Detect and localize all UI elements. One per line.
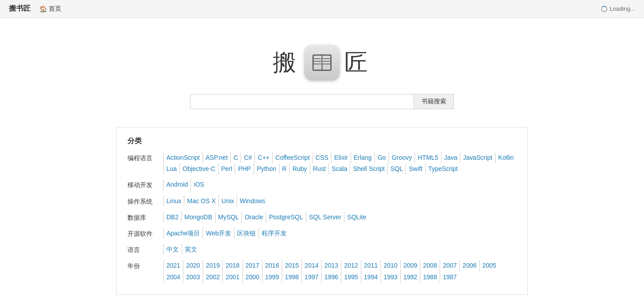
lang-objectivec[interactable]: Objective-C: [179, 163, 218, 175]
year-2007[interactable]: 2007: [440, 260, 459, 271]
db-mysql[interactable]: MySQL: [215, 212, 242, 223]
year-1995[interactable]: 1995: [341, 272, 360, 283]
category-row-year: 年份 2021 2020 2019 2018 2017 2016 2015 20…: [127, 260, 517, 282]
year-2000[interactable]: 2000: [242, 272, 262, 283]
db-db2[interactable]: DB2: [163, 212, 181, 223]
db-oracle[interactable]: Oracle: [242, 212, 266, 223]
lang-sql[interactable]: SQL: [387, 163, 406, 175]
year-1996[interactable]: 1996: [321, 272, 341, 283]
year-1999[interactable]: 1999: [262, 272, 282, 283]
search-input[interactable]: [190, 94, 414, 109]
year-1993[interactable]: 1993: [381, 272, 400, 283]
lang-aspnet[interactable]: ASP.net: [203, 152, 231, 163]
year-2019[interactable]: 2019: [203, 260, 222, 271]
lang-chinese[interactable]: 中文: [163, 244, 182, 255]
categories-section: 分类 编程语言 ActionScript ASP.net C C# C++ Co…: [116, 127, 528, 295]
year-2004[interactable]: 2004: [163, 272, 183, 283]
year-1998[interactable]: 1998: [282, 272, 301, 283]
year-2021[interactable]: 2021: [163, 260, 183, 271]
year-2002[interactable]: 2002: [203, 272, 222, 283]
language-links: 中文 英文: [163, 244, 200, 255]
year-1997[interactable]: 1997: [301, 272, 321, 283]
year-2020[interactable]: 2020: [183, 260, 203, 271]
os-unix[interactable]: Unix: [218, 196, 237, 207]
home-label: 首页: [49, 5, 61, 13]
year-1987[interactable]: 1987: [440, 272, 459, 283]
lang-actionscript[interactable]: ActionScript: [163, 152, 203, 163]
main-content: 搬 匠 书籍搜索 分类 编程语言 ActionScript: [107, 18, 537, 307]
year-2013[interactable]: 2013: [321, 260, 341, 271]
year-2015[interactable]: 2015: [282, 260, 301, 271]
lang-php[interactable]: PHP: [235, 163, 254, 175]
lang-ruby[interactable]: Ruby: [289, 163, 310, 175]
year-2011[interactable]: 2011: [361, 260, 381, 271]
year-2006[interactable]: 2006: [459, 260, 479, 271]
lang-erlang[interactable]: Erlang: [351, 152, 374, 163]
lang-perl[interactable]: Perl: [218, 163, 235, 175]
year-1992[interactable]: 1992: [400, 272, 420, 283]
lang-go[interactable]: Go: [374, 152, 389, 163]
lang-swift[interactable]: Swift: [406, 163, 425, 175]
lang-csharp[interactable]: C#: [241, 152, 254, 163]
lang-c[interactable]: C: [230, 152, 241, 163]
lang-python[interactable]: Python: [254, 163, 279, 175]
year-2014[interactable]: 2014: [301, 260, 321, 271]
lang-shellscript[interactable]: Shell Script: [350, 163, 387, 175]
year-1994[interactable]: 1994: [361, 272, 381, 283]
year-2005[interactable]: 2005: [479, 260, 499, 271]
search-area: 书籍搜索: [116, 94, 528, 109]
year-2001[interactable]: 2001: [222, 272, 242, 283]
lang-coffeescript[interactable]: CoffeeScript: [272, 152, 313, 163]
lang-scala[interactable]: Scala: [328, 163, 350, 175]
open-blockchain[interactable]: 区块链: [234, 228, 258, 239]
year-2010[interactable]: 2010: [381, 260, 400, 271]
lang-elixir[interactable]: Elixir: [331, 152, 350, 163]
year-links: 2021 2020 2019 2018 2017 2016 2015 2014 …: [163, 260, 517, 282]
year-2008[interactable]: 2008: [420, 260, 440, 271]
category-row-programming: 编程语言 ActionScript ASP.net C C# C++ Coffe…: [127, 152, 517, 175]
db-mongodb[interactable]: MongoDB: [181, 212, 215, 223]
lang-typescript[interactable]: TypeScript: [425, 163, 461, 175]
year-2017[interactable]: 2017: [242, 260, 262, 271]
year-2018[interactable]: 2018: [222, 260, 242, 271]
mobile-ios[interactable]: iOS: [191, 179, 207, 190]
db-sqlserver[interactable]: SQL Server: [306, 212, 344, 223]
os-windows[interactable]: Windows: [237, 196, 268, 207]
category-label-database: 数据库: [127, 212, 163, 223]
os-linux[interactable]: Linux: [163, 196, 184, 207]
year-2003[interactable]: 2003: [183, 272, 203, 283]
db-postgresql[interactable]: PostgreSQL: [266, 212, 305, 223]
lang-english[interactable]: 英文: [182, 244, 200, 255]
lang-cpp[interactable]: C++: [254, 152, 272, 163]
year-2016[interactable]: 2016: [262, 260, 282, 271]
mobile-android[interactable]: Android: [163, 179, 191, 190]
search-button[interactable]: 书籍搜索: [414, 94, 454, 109]
open-progdev[interactable]: 程序开发: [258, 228, 289, 239]
logo-text-left: 搬: [273, 47, 300, 78]
mobile-links: Android iOS: [163, 179, 207, 190]
db-sqlite[interactable]: SQLite: [344, 212, 369, 223]
home-link[interactable]: 🏠 首页: [39, 5, 61, 13]
category-row-opensource: 开源软件 Apache项目 Web开发 区块链 程序开发: [127, 228, 517, 239]
lang-java[interactable]: Java: [441, 152, 460, 163]
category-row-database: 数据库 DB2 MongoDB MySQL Oracle PostgreSQL …: [127, 212, 517, 223]
lang-javascript[interactable]: JavaScript: [460, 152, 495, 163]
lang-lua[interactable]: Lua: [163, 163, 179, 175]
logo-icon: [304, 45, 340, 81]
opensource-links: Apache项目 Web开发 区块链 程序开发: [163, 228, 289, 239]
lang-html5[interactable]: HTML5: [415, 152, 441, 163]
lang-r[interactable]: R: [279, 163, 289, 175]
lang-rust[interactable]: Rust: [310, 163, 329, 175]
year-2012[interactable]: 2012: [341, 260, 360, 271]
open-webdev[interactable]: Web开发: [203, 228, 234, 239]
open-apache[interactable]: Apache项目: [163, 228, 203, 239]
os-macosx[interactable]: Mac OS X: [184, 196, 218, 207]
lang-kotlin[interactable]: Kotlin: [495, 152, 517, 163]
book-icon: [311, 51, 333, 74]
year-2009[interactable]: 2009: [400, 260, 420, 271]
lang-css[interactable]: CSS: [313, 152, 331, 163]
lang-groovy[interactable]: Groovy: [389, 152, 415, 163]
site-title: 搬书匠: [9, 4, 30, 13]
os-links: Linux Mac OS X Unix Windows: [163, 196, 268, 207]
year-1988[interactable]: 1988: [420, 272, 440, 283]
